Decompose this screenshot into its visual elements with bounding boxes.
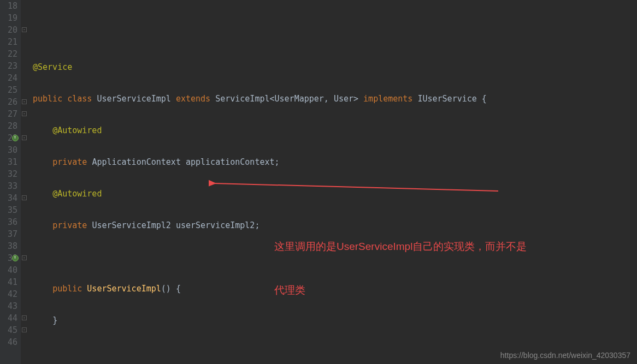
- code-line: public class UserServiceImpl extends Ser…: [33, 93, 487, 105]
- code-line: private ApplicationContext applicationCo…: [33, 156, 487, 168]
- line-number: 33: [2, 180, 17, 192]
- line-number: 20: [2, 24, 17, 36]
- fold-toggle-icon[interactable]: -: [22, 135, 27, 140]
- code-editor[interactable]: 1819202122232425262728293031323334353637…: [0, 0, 637, 364]
- fold-toggle-icon[interactable]: -: [22, 315, 27, 320]
- code-line: [33, 29, 487, 41]
- annotation-text: 这里调用的是UserServiceImpl自己的实现类，而并不是 代理类: [274, 211, 527, 327]
- line-number: 19: [2, 12, 17, 24]
- line-number: 44: [2, 312, 17, 324]
- line-number: 34: [2, 192, 17, 204]
- line-number: 23: [2, 60, 17, 72]
- line-number: 22: [2, 48, 17, 60]
- code-line: @Autowired: [33, 124, 487, 136]
- line-number: 27: [2, 108, 17, 120]
- fold-toggle-icon[interactable]: -: [22, 327, 27, 332]
- annotation: @Service: [33, 62, 72, 72]
- line-number: 31: [2, 156, 17, 168]
- line-number: 32: [2, 168, 17, 180]
- line-number: 30: [2, 144, 17, 156]
- fold-toggle-icon[interactable]: -: [22, 99, 27, 104]
- line-number: 42: [2, 288, 17, 300]
- line-number: 26: [2, 96, 17, 108]
- line-number: 41: [2, 276, 17, 288]
- line-number: 24: [2, 72, 17, 84]
- line-number: 45: [2, 324, 17, 336]
- code-line: @Autowired: [33, 188, 487, 200]
- code-area[interactable]: @Service public class UserServiceImpl ex…: [28, 0, 487, 364]
- line-number: 18: [2, 0, 17, 12]
- line-number: 37: [2, 228, 17, 240]
- fold-toggle-icon[interactable]: -: [22, 27, 27, 32]
- line-number: 46: [2, 336, 17, 348]
- fold-toggle-icon[interactable]: -: [22, 111, 27, 116]
- override-method-icon[interactable]: [12, 135, 19, 141]
- watermark-text: https://blog.csdn.net/weixin_42030357: [500, 351, 630, 360]
- line-number: 28: [2, 120, 17, 132]
- fold-toggle-icon[interactable]: -: [22, 195, 27, 200]
- code-line: [33, 346, 487, 358]
- line-number-gutter: 1819202122232425262728293031323334353637…: [0, 0, 21, 364]
- fold-column: --------: [21, 0, 28, 364]
- line-number: 21: [2, 36, 17, 48]
- line-number: 38: [2, 240, 17, 252]
- line-number: 25: [2, 84, 17, 96]
- line-number: 35: [2, 204, 17, 216]
- line-number: 36: [2, 216, 17, 228]
- override-method-icon[interactable]: [12, 255, 19, 261]
- code-line: @Service: [33, 61, 487, 73]
- line-number: 43: [2, 300, 17, 312]
- fold-toggle-icon[interactable]: -: [22, 255, 27, 260]
- line-number: 40: [2, 264, 17, 276]
